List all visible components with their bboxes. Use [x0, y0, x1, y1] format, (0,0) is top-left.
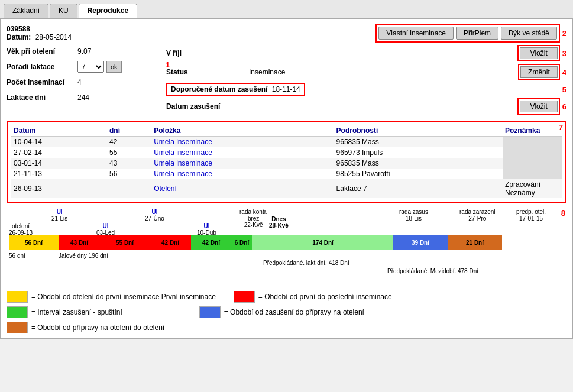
- section-number-5: 5: [562, 85, 566, 94]
- vek-label: Věk při otelení: [7, 47, 77, 56]
- tl-ui2: UI 03-Led: [96, 223, 115, 236]
- timeline-bar: 56 Dní 43 Dní 55 Dní 42 Dní 42 Dní 6 Dní…: [9, 235, 565, 250]
- subtext-jalove: Jalové dny 196 dní: [59, 252, 108, 259]
- laktace-value: 244: [77, 93, 89, 102]
- legend-text-blue: = Období od zasušení do přípravy na otel…: [224, 308, 364, 316]
- section-number-3: 3: [562, 49, 566, 58]
- datum-value: 28-05-2014: [35, 33, 72, 41]
- table-row[interactable]: 03-01-1443Umela inseminace965835 Mass: [11, 158, 562, 169]
- bar-seg-6: 6 Dní: [231, 235, 252, 250]
- vlozit2-button[interactable]: Vložit: [520, 101, 557, 112]
- timeline-subtexts: 56 dní Jalové dny 196 dní Předpokládané.…: [9, 251, 564, 277]
- tl-ui4: UI 10-Dub: [197, 223, 216, 236]
- datum-zasuseni-label: Datum zasušení: [166, 102, 237, 111]
- col-polozka: Položka: [151, 125, 334, 137]
- timeline-labels: otelení 26-09-13 UI 21-Lis UI 03-Led UI …: [9, 209, 564, 235]
- tl-rada-zarazeni: rada zarazeni 27-Pro: [459, 209, 496, 222]
- legend-row-3: = Období od přípravy na otelení do otele…: [7, 322, 566, 333]
- col-dni: dní: [107, 125, 151, 137]
- ok-button[interactable]: ok: [106, 61, 122, 73]
- tl-ui3: UI 27-Úno: [145, 209, 164, 222]
- section-number-4: 4: [562, 68, 566, 77]
- record-id: 039588: [7, 25, 72, 33]
- zmenit-box: Změnit: [518, 64, 560, 80]
- bar-seg-4: 42 Dní: [150, 235, 191, 250]
- legend-box-red: [234, 291, 255, 303]
- col-podrobnosti: Podrobnosti: [334, 125, 503, 137]
- doporucene-value: 18-11-14: [272, 85, 300, 93]
- legend-item-brown: = Období od přípravy na otelení do otele…: [7, 322, 164, 333]
- table-row[interactable]: 27-02-1455Umela inseminace965973 Impuls: [11, 147, 562, 158]
- legend-text-red: = Období od první do poslední inseminace: [258, 293, 392, 301]
- vlozit2-box: Vložit: [517, 98, 559, 115]
- tl-dnes: Dnes 28-Kvě: [269, 216, 289, 229]
- section-number-6: 6: [562, 102, 566, 111]
- porad-label: Pořadí laktace: [7, 63, 77, 71]
- pocet-label: Počet inseminací: [7, 78, 77, 86]
- subtext-lakt: Předpokládané. lakt dní. 418 Dní: [263, 260, 349, 266]
- vlozit1-box: Vložit: [517, 45, 559, 61]
- legend-box-green: [7, 306, 28, 318]
- section-number-2: 2: [562, 29, 566, 38]
- timeline-section: 8 otelení 26-09-13 UI 21-Lis UI 03-Led U…: [7, 209, 566, 277]
- col-datum: Datum: [11, 125, 107, 137]
- vlozit1-button[interactable]: Vložit: [520, 47, 557, 59]
- tab-reprodukce[interactable]: Reprodukce: [79, 4, 137, 18]
- tl-rada-kontr: rada kontr. brez 22-Kvě: [239, 209, 267, 228]
- table-row[interactable]: 21-11-1356Umela inseminace985255 Pavarot…: [11, 169, 562, 179]
- col-poznamka: Poznámka: [503, 125, 562, 137]
- tab-zakladni[interactable]: Základní: [4, 4, 48, 18]
- action-buttons-group: Vlastní inseminace PřirPlem Býk ve stádě: [375, 24, 559, 43]
- form-left: Věk při otelení 9.07 Pořadí laktace 7 1 …: [7, 45, 160, 115]
- legend-box-brown: [7, 322, 28, 333]
- table-row[interactable]: 26-09-13OteleníLaktace 7Zpracování Nezná…: [11, 179, 562, 198]
- tl-ui1: UI 21-Lis: [51, 209, 67, 222]
- legend-row-1: = Období od otelení do první inseminace …: [7, 291, 566, 303]
- porad-select[interactable]: 7 1 2 3 4 5 6 8: [77, 61, 104, 73]
- legend-text-brown: = Období od přípravy na otelení do otele…: [31, 323, 164, 332]
- subtext-medzi: Předpokládané. Mezidobí. 478 Dní: [387, 268, 478, 274]
- legend-item-blue: = Období od zasušení do přípravy na otel…: [199, 306, 364, 318]
- data-table: Datum dní Položka Podrobnosti Poznámka 1…: [11, 125, 562, 198]
- legend-text-green: = Interval zasušení - spuštíní: [31, 308, 122, 316]
- tl-rada-zasus: rada zasus 18-Lis: [399, 209, 428, 222]
- byk-button[interactable]: Býk ve stádě: [501, 27, 557, 40]
- section-number-7: 7: [559, 123, 563, 132]
- table-section: 7 Datum dní Položka Podrobnosti Poznámka…: [7, 121, 566, 203]
- legend-item-yellow: = Období od otelení do první inseminace …: [7, 291, 216, 303]
- legend-item-green: = Interval zasušení - spuštíní: [7, 306, 122, 318]
- legend-box-yellow: [7, 291, 28, 303]
- legend-box-blue: [199, 306, 221, 318]
- oteleni-label: otelení 26-09-13: [9, 223, 33, 236]
- legend-text-yellow: = Období od otelení do první inseminace …: [31, 293, 216, 301]
- legend-item-red: = Období od první do poslední inseminace: [234, 291, 392, 303]
- bar-seg-9: 21 Dní: [448, 235, 502, 250]
- bar-seg-1: 56 Dní: [9, 235, 59, 250]
- tabs-bar: Základní KU Reprodukce: [0, 0, 573, 18]
- bar-seg-7: 174 Dní: [252, 235, 393, 250]
- pocet-value: 4: [77, 78, 82, 86]
- vek-value: 9.07: [77, 47, 91, 56]
- bar-seg-5: 42 Dní: [191, 235, 231, 250]
- v-riji-label: V říji: [166, 49, 237, 57]
- status-value: Inseminace: [249, 68, 285, 76]
- tl-predp-otel: predp. otel. 17-01-15: [516, 209, 546, 222]
- doporucene-label: Doporučené datum zasušení: [171, 85, 267, 93]
- section-number-1: 1: [166, 60, 170, 69]
- table-row[interactable]: 10-04-1442Umela inseminace965835 Mass: [11, 137, 562, 148]
- legend-row-2: = Interval zasušení - spuštíní = Období …: [7, 306, 566, 318]
- main-content: 039588 Datum: 28-05-2014 Vlastní insemin…: [0, 18, 573, 339]
- bar-seg-8: 39 Dní: [393, 235, 448, 250]
- prirplem-button[interactable]: PřirPlem: [456, 27, 498, 40]
- status-label: Status: [166, 68, 237, 76]
- laktace-label: Laktace dní: [7, 93, 77, 102]
- tab-ku[interactable]: KU: [50, 4, 77, 18]
- vlastni-inseminace-button[interactable]: Vlastní inseminace: [378, 27, 454, 40]
- zmenit-button[interactable]: Změnit: [520, 66, 558, 78]
- bar-seg-3: 55 Dní: [100, 235, 150, 250]
- form-right: V říji Vložit 3 Status Inseminace Změnit: [166, 45, 566, 115]
- subtext-56dni: 56 dní: [9, 252, 25, 259]
- record-datum: Datum: 28-05-2014: [7, 33, 72, 41]
- bar-seg-2: 43 Dní: [59, 235, 100, 250]
- datum-label: Datum:: [7, 33, 31, 41]
